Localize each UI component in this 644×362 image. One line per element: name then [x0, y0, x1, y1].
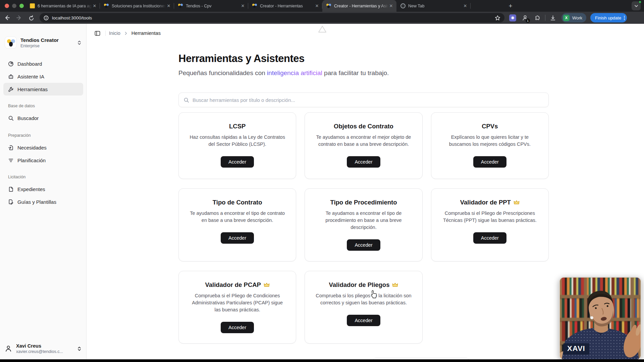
tool-card-validador-pcap: Validador de PCAP Comprueba si el Pliego… [178, 271, 296, 344]
browser-profile-chip[interactable]: X Work [561, 13, 586, 22]
search-input[interactable] [193, 97, 544, 103]
new-tab-button[interactable]: + [506, 2, 515, 10]
user-email: xavier.creus@tendios.c... [16, 349, 77, 354]
site-info-icon[interactable] [44, 15, 49, 20]
sidebar-item-necesidades[interactable]: Necesidades [3, 141, 83, 154]
kebab-menu-icon[interactable] [624, 16, 625, 20]
address-bar[interactable]: localhost:3000/tools [40, 13, 504, 22]
card-description: Comprueba si el Pliego de Condiciones Ad… [189, 292, 286, 313]
ai-link[interactable]: inteligencia artificial [267, 69, 322, 76]
url-text[interactable]: localhost:3000/tools [52, 15, 495, 20]
section-title: Licitación [3, 175, 83, 179]
browser-tab-4[interactable]: Creator - Herramientas ✕ [248, 0, 322, 12]
tab-search-button[interactable] [632, 1, 641, 10]
close-icon[interactable]: ✕ [166, 3, 171, 9]
chevron-up-down-icon [77, 346, 82, 351]
close-icon[interactable]: ✕ [240, 3, 246, 9]
profile-avatar: X [563, 15, 570, 21]
update-available-dot [639, 1, 641, 3]
tendios-icon [178, 3, 183, 8]
sidebar-item-label: Asistente IA [17, 74, 44, 79]
section-title: Preparación [3, 133, 83, 138]
webcam-overlay[interactable]: XAVI [559, 277, 641, 360]
browser-tab-active[interactable]: Creator - Herramientas y Asist ✕ [322, 0, 396, 12]
close-icon[interactable]: ✕ [388, 3, 394, 9]
search-icon [183, 97, 189, 103]
browser-tab-new[interactable]: New Tab ✕ [396, 0, 471, 12]
tab-label: Creator - Herramientas [260, 4, 314, 8]
acceder-button[interactable]: Acceder [221, 322, 254, 333]
sidebar: Tendios Creator Enterprise Dashboard Asi… [0, 24, 87, 359]
section-title: Base de datos [3, 104, 83, 108]
workspace-switcher[interactable]: Tendios Creator Enterprise [5, 37, 82, 49]
acceder-button[interactable]: Acceder [347, 156, 380, 168]
acceder-button[interactable]: Acceder [347, 239, 380, 251]
close-icon[interactable]: ✕ [92, 3, 97, 9]
webcam-name-label: XAVI [563, 343, 589, 355]
sidebar-item-label: Guías y Plantillas [17, 199, 56, 205]
card-title: Validador de PPT [460, 199, 511, 206]
sidebar-item-label: Herramientas [17, 86, 48, 92]
close-window-button[interactable] [5, 4, 9, 8]
browser-tab-1[interactable]: 6 herramientas de IA para agi ✕ [26, 0, 100, 12]
breadcrumb-herramientas: Herramientas [131, 31, 161, 36]
sidebar-toggle-icon[interactable] [93, 28, 102, 38]
forward-button[interactable] [14, 13, 24, 23]
minimize-window-button[interactable] [12, 4, 16, 8]
finish-update-button[interactable]: Finish update [590, 13, 627, 22]
downloads-icon[interactable] [549, 14, 557, 22]
acceder-button[interactable]: Acceder [473, 156, 506, 168]
card-title: Validador de PCAP [205, 281, 261, 289]
acceder-button[interactable]: Acceder [347, 315, 380, 326]
browser-toolbar: localhost:3000/tools ✺ 1 X Work Finish u… [0, 12, 644, 24]
tool-card-cpvs: CPVs Explícanos lo que quieres licitar y… [431, 112, 549, 179]
browser-tab-2[interactable]: Soluciones para Instituciones ✕ [100, 0, 174, 12]
sidebar-item-dashboard[interactable]: Dashboard [3, 57, 83, 70]
user-menu[interactable]: Xavi Creus xavier.creus@tendios.c... [5, 343, 82, 354]
macos-traffic-lights[interactable] [5, 4, 24, 8]
extension-gear-icon[interactable]: ✺ [509, 14, 516, 21]
sidebar-item-label: Dashboard [17, 61, 42, 67]
card-description: Te ayudamos a encontrar el tipo de contr… [189, 210, 286, 224]
breadcrumb-inicio[interactable]: Inicio [109, 31, 120, 36]
tools-search[interactable] [178, 93, 549, 107]
browser-window: 6 herramientas de IA para agi ✕ Solucion… [0, 0, 644, 362]
acceder-button[interactable]: Acceder [221, 232, 254, 244]
zoom-window-button[interactable] [19, 4, 24, 8]
card-description: Comprueba si el Pliego de Prescripciones… [441, 210, 539, 224]
tool-card-validador-ppt: Validador de PPT Comprueba si el Pliego … [431, 188, 549, 261]
close-icon[interactable]: ✕ [314, 3, 320, 9]
extensions-puzzle-icon[interactable] [533, 14, 541, 22]
close-icon[interactable]: ✕ [463, 3, 468, 9]
search-icon [8, 115, 14, 121]
sidebar-item-buscador[interactable]: Buscador [3, 112, 83, 124]
chevron-right-icon [124, 31, 128, 36]
back-button[interactable] [2, 13, 12, 23]
sidebar-item-label: Buscador [17, 115, 39, 121]
sidebar-item-expedientes[interactable]: Expedientes [3, 183, 83, 195]
wrench-icon [8, 86, 14, 92]
crown-icon [392, 282, 398, 288]
card-description: Comprueba si los pliegos de la licitació… [315, 292, 413, 306]
sidebar-item-guias-plantillas[interactable]: Guías y Plantillas [3, 195, 83, 208]
acceder-button[interactable]: Acceder [221, 156, 254, 168]
tool-card-tipo-procedimiento: Tipo de Procedimiento Te ayudamos a enco… [305, 188, 422, 261]
card-description: Haz consultas rápidas a la Ley de Contra… [189, 134, 286, 148]
app-page: Tendios Creator Enterprise Dashboard Asi… [0, 24, 644, 359]
acceder-button[interactable]: Acceder [473, 232, 506, 244]
tendios-logo-icon [5, 37, 17, 49]
card-description: Te ayudamos a encontrar el mejor objeto … [315, 134, 413, 148]
extension-avatar-icon[interactable]: 1 [521, 14, 529, 22]
sidebar-item-herramientas[interactable]: Herramientas [3, 83, 83, 96]
mouse-cursor [370, 290, 377, 300]
sidebar-item-asistente-ia[interactable]: Asistente IA [3, 70, 83, 83]
sidebar-item-label: Necesidades [17, 145, 47, 150]
browser-tab-3[interactable]: Tendios - Cpv ✕ [174, 0, 248, 12]
bookmark-star-icon[interactable] [495, 15, 500, 21]
sidebar-item-planificacion[interactable]: Planificación [3, 154, 83, 167]
toolbar-divider [545, 15, 545, 21]
card-description: Te ayudamos a encontrar el tipo de proce… [315, 210, 413, 231]
crown-icon [514, 200, 520, 205]
tab-label: Tendios - Cpv [186, 4, 240, 8]
reload-button[interactable] [26, 13, 36, 23]
